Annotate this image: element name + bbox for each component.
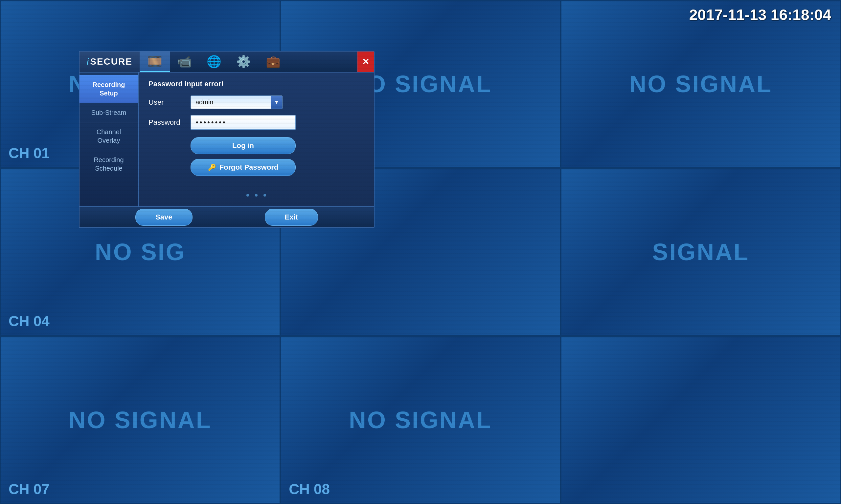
exit-button[interactable]: Exit [265, 209, 318, 226]
gear-icon: ⚙️ [236, 55, 251, 69]
sidebar-item-label-recording-schedule: RecordingSchedule [93, 156, 123, 172]
logo-icon: i [87, 56, 89, 67]
dot-2 [255, 194, 258, 197]
tab-briefcase[interactable]: 💼 [259, 52, 288, 72]
forgot-password-label: Forgot Password [220, 163, 279, 172]
tab-camera[interactable]: 📹 [170, 52, 200, 72]
no-signal-4: NO SIG [95, 238, 186, 266]
user-input-group: ▼ [191, 95, 282, 109]
no-signal-6: SIGNAL [652, 238, 749, 266]
user-row: User ▼ [149, 95, 364, 109]
password-row: Password [149, 115, 364, 130]
no-signal-7: NO SIGNAL [69, 407, 212, 433]
logo-text: SECURE [90, 56, 132, 67]
save-button[interactable]: Save [135, 209, 192, 226]
sidebar-item-label-recording-setup: RecordingSetup [93, 81, 125, 97]
dot-3 [263, 194, 266, 197]
dvr-cell-3: NO SIGNAL [561, 0, 841, 168]
login-button[interactable]: Log in [191, 137, 296, 154]
ch-label-7: CH 07 [8, 481, 50, 498]
dvr-cell-9 [561, 336, 841, 504]
camera-icon: 📹 [177, 55, 192, 69]
tab-network[interactable]: 🌐 [200, 52, 229, 72]
key-icon: 🔑 [208, 163, 216, 171]
password-input[interactable] [191, 115, 296, 130]
ch-label-8: CH 08 [289, 481, 330, 498]
datetime-display: 2017-11-13 16:18:04 [689, 6, 831, 24]
dvr-cell-7: NO SIGNAL CH 07 [0, 336, 280, 504]
close-button[interactable]: ✕ [357, 52, 374, 72]
button-row: Log in 🔑 Forgot Password [191, 137, 364, 176]
sidebar-item-sub-stream[interactable]: Sub-Stream [80, 103, 138, 122]
user-dropdown-arrow[interactable]: ▼ [271, 95, 282, 109]
dialog-footer: Save Exit [80, 206, 374, 228]
title-bar: i SECURE 🎞️ 📹 🌐 ⚙️ 💼 ✕ [80, 52, 374, 73]
tab-settings[interactable]: ⚙️ [229, 52, 259, 72]
no-signal-3: NO SIGNAL [629, 71, 772, 97]
film-icon: 🎞️ [148, 54, 162, 68]
sidebar-item-channel-overlay[interactable]: ChannelOverlay [80, 122, 138, 150]
logo-tab: i SECURE [80, 52, 140, 72]
dvr-cell-8: NO SIGNAL CH 08 [280, 336, 561, 504]
tab-film[interactable]: 🎞️ [140, 52, 170, 72]
sidebar-item-label-channel-overlay: ChannelOverlay [97, 128, 121, 144]
ch-label-1: CH 01 [8, 145, 50, 161]
sidebar-item-label-sub-stream: Sub-Stream [91, 109, 126, 116]
dot-1 [246, 194, 249, 197]
sidebar: RecordingSetup Sub-Stream ChannelOverlay… [80, 73, 139, 206]
no-signal-8: NO SIGNAL [349, 407, 492, 433]
decorative-dots [149, 194, 364, 199]
password-label: Password [149, 118, 185, 127]
dialog-body: RecordingSetup Sub-Stream ChannelOverlay… [80, 73, 374, 206]
forgot-password-button[interactable]: 🔑 Forgot Password [191, 159, 296, 176]
ch-label-4: CH 04 [8, 313, 50, 329]
user-input[interactable] [191, 95, 282, 109]
main-content: Password input error! User ▼ Password Lo… [139, 73, 374, 206]
sidebar-item-recording-schedule[interactable]: RecordingSchedule [80, 150, 138, 178]
user-label: User [149, 98, 185, 107]
dvr-cell-6: SIGNAL [561, 168, 841, 336]
main-dialog: i SECURE 🎞️ 📹 🌐 ⚙️ 💼 ✕ RecordingSetup Su… [79, 51, 375, 228]
network-icon: 🌐 [207, 55, 221, 69]
sidebar-item-recording-setup[interactable]: RecordingSetup [80, 75, 138, 103]
error-message: Password input error! [149, 80, 364, 88]
briefcase-icon: 💼 [266, 55, 280, 69]
